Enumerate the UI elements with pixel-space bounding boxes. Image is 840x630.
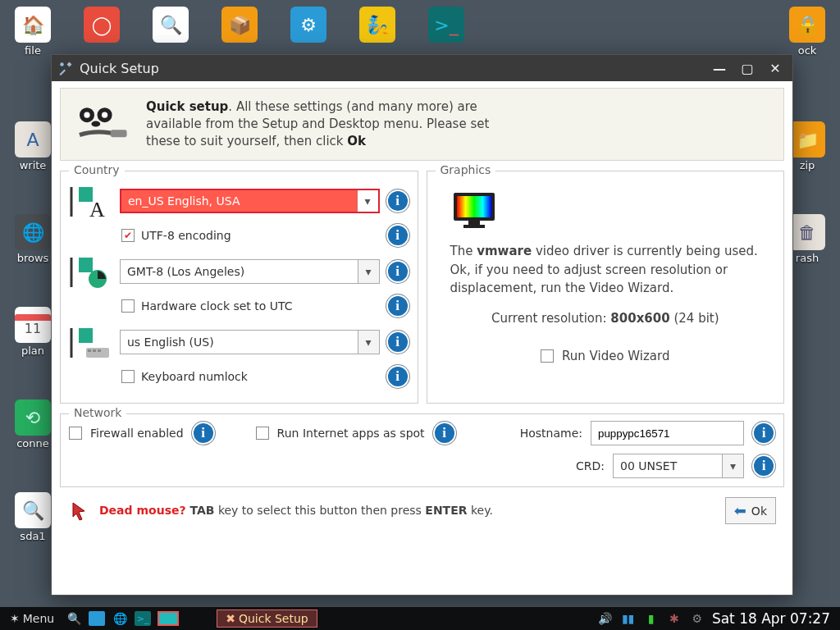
video-wizard-label: Run Video Wizard <box>562 347 669 366</box>
tb-gear-icon[interactable]: ⚙ <box>689 611 705 626</box>
package-icon: 📦 <box>221 7 258 43</box>
tb-battery-icon[interactable]: ▮ <box>643 611 660 626</box>
numlock-checkbox[interactable] <box>121 370 135 383</box>
crd-info-button[interactable]: i <box>752 454 775 477</box>
desktop-icon-sda1[interactable]: 🔍sda1 <box>10 492 56 542</box>
mascot-icon <box>72 98 131 149</box>
hwclock-info-button[interactable]: i <box>386 294 409 317</box>
svg-rect-6 <box>111 130 127 137</box>
keyboard-value: us English (US) <box>127 336 214 349</box>
desktop-icon-lamp[interactable]: 🧞 <box>354 7 400 57</box>
desktop-icon-connect[interactable]: ⟲conne <box>10 399 56 450</box>
svg-point-5 <box>91 121 100 126</box>
country-legend: Country <box>69 163 125 176</box>
locale-flag-icon: A <box>69 183 113 219</box>
minimize-button[interactable]: — <box>709 59 730 77</box>
country-fieldset: Country A en_US English, USA ▾ i UTF-8 e… <box>60 171 418 404</box>
desktop-icon-plan[interactable]: 11plan <box>10 307 56 357</box>
locale-info-button[interactable]: i <box>386 189 409 212</box>
tb-globe-icon[interactable]: 🌐 <box>112 611 128 626</box>
paw-icon: ✶ <box>10 612 20 625</box>
window-title: Quick Setup <box>80 61 702 76</box>
taskbar-active-window[interactable]: ✖ Quick Setup <box>217 609 317 628</box>
svg-rect-23 <box>457 196 491 217</box>
spot-info-button[interactable]: i <box>433 422 456 445</box>
utf8-info-button[interactable]: i <box>386 224 409 247</box>
lamp-icon: 🧞 <box>359 7 395 43</box>
hwclock-checkbox[interactable] <box>121 299 135 313</box>
firewall-label: Firewall enabled <box>90 427 184 440</box>
quick-setup-window: Quick Setup — ▢ ✕ Quick setup. All these… <box>51 54 793 596</box>
svg-rect-21 <box>98 349 101 352</box>
svg-rect-19 <box>88 349 91 352</box>
keyboard-info-button[interactable]: i <box>386 331 409 354</box>
spot-label: Run Internet apps as spot <box>277 427 425 440</box>
resolution-text: Current resolution: 800x600 (24 bit) <box>450 309 761 328</box>
svg-text:A: A <box>89 198 105 218</box>
hostname-input[interactable] <box>591 421 744 445</box>
tb-volume-icon[interactable]: 🔊 <box>597 611 614 626</box>
tb-shield-icon[interactable]: ✱ <box>666 611 682 626</box>
desktop-icon-file[interactable]: 🏠 file <box>10 7 56 57</box>
tb-window-thumb[interactable] <box>158 611 179 626</box>
footer-text: Dead mouse? TAB key to select this butto… <box>99 503 717 518</box>
arrow-left-icon: ⬅ <box>734 502 746 519</box>
wrench-icon <box>58 61 73 75</box>
network-fieldset: Network Firewall enabled i Run Internet … <box>60 413 784 487</box>
svg-rect-25 <box>463 225 485 228</box>
keyboard-flag-icon <box>69 324 113 360</box>
network-legend: Network <box>69 406 126 419</box>
monitor-icon <box>452 191 500 231</box>
numlock-label: Keyboard numlock <box>141 370 248 383</box>
graphics-fieldset: Graphics The vmware video driver is curr… <box>427 171 785 404</box>
desktop-icon-terminal[interactable]: >_ <box>423 7 469 57</box>
graphics-text: The vmware video driver is currently bei… <box>450 242 761 298</box>
numlock-info-button[interactable]: i <box>386 365 409 388</box>
tb-desktop-icon[interactable] <box>89 611 105 626</box>
tb-network-icon[interactable]: ▮▮ <box>620 611 637 626</box>
hostname-info-button[interactable]: i <box>752 422 775 445</box>
keyboard-select[interactable]: us English (US) ▾ <box>120 330 380 354</box>
desktop-icon-write[interactable]: Awrite <box>10 121 56 171</box>
timezone-select[interactable]: GMT-8 (Los Angeles) ▾ <box>120 259 380 284</box>
tb-terminal-icon[interactable]: >_ <box>135 611 151 626</box>
desktop-icon-disk[interactable]: 🔍 <box>148 7 194 57</box>
desktop-icon-setup[interactable]: ⚙ <box>285 7 331 57</box>
firewall-info-button[interactable]: i <box>192 422 215 445</box>
gear-icon: ⚙ <box>290 7 326 43</box>
desktop-icon-package[interactable]: 📦 <box>217 7 262 57</box>
svg-rect-24 <box>468 221 480 225</box>
ok-button[interactable]: ⬅ Ok <box>725 497 776 524</box>
desktop-icon-browse[interactable]: 🌐brows <box>10 214 56 264</box>
locale-select[interactable]: en_US English, USA ▾ <box>120 189 380 213</box>
titlebar[interactable]: Quick Setup — ▢ ✕ <box>52 55 792 81</box>
globe-icon: 🌐 <box>15 214 51 250</box>
menu-button[interactable]: ✶ Menu <box>5 609 59 628</box>
locale-value: en_US English, USA <box>128 194 240 208</box>
calendar-icon: 11 <box>15 307 51 343</box>
mouse-icon <box>68 500 91 523</box>
write-icon: A <box>15 121 51 158</box>
tb-search-icon[interactable]: 🔍 <box>66 611 82 626</box>
utf8-checkbox[interactable] <box>121 229 135 242</box>
utf8-label: UTF-8 encoding <box>141 229 231 242</box>
desktop-icon-help[interactable]: ◯ <box>79 7 125 57</box>
intro-panel: Quick setup. All these settings (and man… <box>60 88 784 161</box>
intro-text: Quick setup. All these settings (and man… <box>146 98 491 150</box>
terminal-icon: >_ <box>428 7 464 43</box>
crd-select[interactable]: 00 UNSET ▾ <box>613 454 744 478</box>
spot-checkbox[interactable] <box>256 427 269 440</box>
maximize-button[interactable]: ▢ <box>737 59 758 77</box>
chevron-down-icon: ▾ <box>722 454 743 477</box>
video-wizard-checkbox[interactable] <box>541 349 554 363</box>
disk-icon: 🔍 <box>153 7 189 43</box>
timezone-info-button[interactable]: i <box>386 260 409 283</box>
lock-icon: 🔒 <box>789 7 825 43</box>
firewall-checkbox[interactable] <box>69 427 82 440</box>
graphics-legend: Graphics <box>436 163 496 176</box>
desktop-icon-lock[interactable]: 🔒 ock <box>784 7 830 57</box>
close-button[interactable]: ✕ <box>765 59 786 77</box>
taskbar-clock: Sat 18 Apr 07:27 <box>712 610 835 627</box>
folder-icon: 📁 <box>789 121 825 158</box>
taskbar: ✶ Menu 🔍 🌐 >_ ✖ Quick Setup 🔊 ▮▮ ▮ ✱ ⚙ S… <box>0 607 840 630</box>
